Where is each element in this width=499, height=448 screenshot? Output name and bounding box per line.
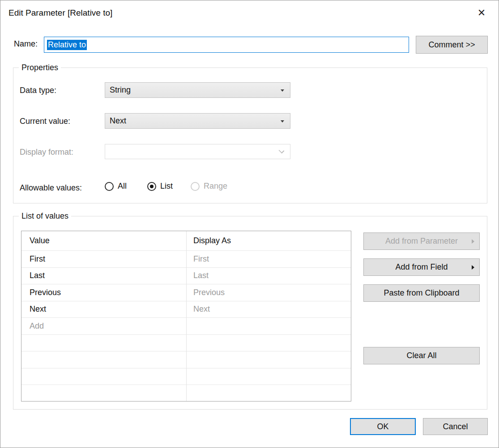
name-label: Name: — [14, 39, 38, 49]
display-as-cell[interactable]: First — [186, 254, 209, 264]
name-row: Name: Relative to Comment >> — [0, 36, 499, 54]
radio-all[interactable]: All — [105, 182, 127, 191]
ok-button[interactable]: OK — [350, 418, 416, 435]
cancel-button[interactable]: Cancel — [423, 418, 488, 435]
allowable-values-label: Allowable values: — [20, 183, 82, 193]
add-from-parameter-button: Add from Parameter — [363, 232, 480, 250]
add-from-field-button[interactable]: Add from Field — [363, 258, 480, 276]
current-value-value: Next — [110, 116, 126, 126]
add-from-parameter-label: Add from Parameter — [385, 237, 458, 246]
value-cell[interactable]: First — [21, 254, 186, 264]
chevron-down-icon — [279, 148, 285, 154]
radio-icon — [105, 182, 114, 191]
flyout-arrow-icon — [472, 265, 474, 270]
dialog-title: Edit Parameter [Relative to] — [9, 0, 112, 25]
comment-button[interactable]: Comment >> — [416, 36, 488, 54]
values-table[interactable]: Value Display As First First Last Last P… — [21, 231, 351, 402]
name-input-selected-text: Relative to — [47, 40, 87, 50]
close-icon[interactable]: ✕ — [472, 0, 491, 25]
display-as-cell[interactable]: Previous — [186, 288, 225, 297]
chevron-down-icon — [281, 120, 284, 123]
titlebar: Edit Parameter [Relative to] ✕ — [0, 0, 499, 25]
flyout-arrow-icon — [472, 239, 474, 244]
display-format-label: Display format: — [20, 148, 73, 157]
radio-list-label: List — [160, 182, 173, 191]
display-as-cell[interactable]: Last — [186, 271, 209, 280]
radio-checked-icon — [147, 182, 156, 191]
name-input[interactable]: Relative to — [44, 37, 409, 53]
value-cell[interactable]: Last — [21, 271, 186, 280]
add-from-field-label: Add from Field — [395, 262, 448, 272]
data-type-value: String — [110, 85, 131, 95]
clear-all-button[interactable]: Clear All — [363, 347, 480, 364]
edit-parameter-dialog: Edit Parameter [Relative to] ✕ Name: Rel… — [0, 0, 499, 448]
data-type-label: Data type: — [20, 86, 56, 95]
chevron-down-icon — [281, 89, 284, 92]
properties-group: Properties Data type: String Current val… — [13, 68, 487, 203]
radio-disabled-icon — [191, 182, 200, 191]
properties-group-label: Properties — [19, 63, 61, 72]
radio-list[interactable]: List — [147, 182, 173, 191]
add-placeholder[interactable]: Add — [21, 321, 186, 331]
list-of-values-group-label: List of values — [19, 211, 71, 221]
data-type-dropdown[interactable]: String — [105, 82, 290, 98]
column-header-display-as: Display As — [186, 236, 231, 245]
display-as-cell[interactable]: Next — [186, 304, 210, 314]
value-cell[interactable]: Previous — [21, 288, 186, 297]
current-value-label: Current value: — [20, 117, 70, 126]
paste-from-clipboard-label: Paste from Clipboard — [384, 288, 459, 298]
radio-range-label: Range — [204, 182, 227, 191]
current-value-dropdown[interactable]: Next — [105, 113, 290, 129]
display-format-combo — [105, 144, 290, 159]
paste-from-clipboard-button[interactable]: Paste from Clipboard — [363, 284, 480, 302]
radio-all-label: All — [118, 182, 127, 191]
value-cell[interactable]: Next — [21, 304, 186, 314]
list-of-values-group: List of values Value Display As First Fi… — [13, 216, 487, 410]
clear-all-label: Clear All — [406, 351, 436, 360]
radio-range: Range — [191, 182, 227, 191]
column-header-value: Value — [21, 236, 186, 245]
column-divider — [186, 231, 187, 401]
